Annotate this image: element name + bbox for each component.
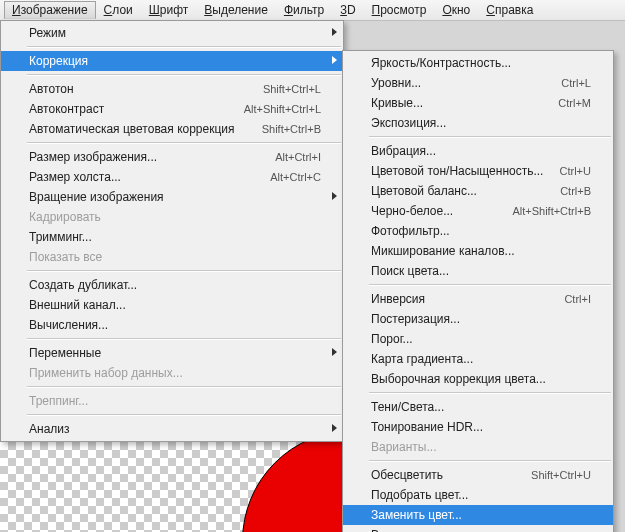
menu-item-mode[interactable]: Режим	[1, 23, 343, 43]
sub-hue[interactable]: Цветовой тон/Насыщенность...Ctrl+U	[343, 161, 613, 181]
menu-item-applyimage[interactable]: Внешний канал...	[1, 295, 343, 315]
menu-filter[interactable]: Фильтр	[276, 1, 332, 19]
sub-exposure[interactable]: Экспозиция...	[343, 113, 613, 133]
sub-balance[interactable]: Цветовой баланс...Ctrl+B	[343, 181, 613, 201]
sub-levels[interactable]: Уровни...Ctrl+L	[343, 73, 613, 93]
menu-item-variables[interactable]: Переменные	[1, 343, 343, 363]
sub-variations: Варианты...	[343, 437, 613, 457]
sub-shadows[interactable]: Тени/Света...	[343, 397, 613, 417]
menu-item-autocontrast[interactable]: АвтоконтрастAlt+Shift+Ctrl+L	[1, 99, 343, 119]
sub-hdr[interactable]: Тонирование HDR...	[343, 417, 613, 437]
menu-item-canvassize[interactable]: Размер холста...Alt+Ctrl+C	[1, 167, 343, 187]
sub-channelmixer[interactable]: Микширование каналов...	[343, 241, 613, 261]
chevron-right-icon	[332, 28, 337, 36]
chevron-right-icon	[332, 192, 337, 200]
menu-3d[interactable]: 3D	[332, 1, 363, 19]
menu-layers[interactable]: Слои	[96, 1, 141, 19]
adjustments-submenu: Яркость/Контрастность... Уровни...Ctrl+L…	[342, 50, 614, 532]
sub-vibrance[interactable]: Вибрация...	[343, 141, 613, 161]
menu-select[interactable]: Выделение	[196, 1, 276, 19]
sub-selectivecolor[interactable]: Выборочная коррекция цвета...	[343, 369, 613, 389]
separator	[27, 414, 341, 416]
separator	[369, 460, 611, 462]
menu-item-autocolor[interactable]: Автоматическая цветовая коррекцияShift+C…	[1, 119, 343, 139]
menu-item-trim[interactable]: Тримминг...	[1, 227, 343, 247]
menu-item-crop: Кадрировать	[1, 207, 343, 227]
sub-colorlookup[interactable]: Поиск цвета...	[343, 261, 613, 281]
separator	[27, 386, 341, 388]
sub-brightness[interactable]: Яркость/Контрастность...	[343, 53, 613, 73]
sub-invert[interactable]: ИнверсияCtrl+I	[343, 289, 613, 309]
separator	[369, 284, 611, 286]
menu-item-analysis[interactable]: Анализ	[1, 419, 343, 439]
sub-replacecolor[interactable]: Заменить цвет...	[343, 505, 613, 525]
menu-type[interactable]: Шрифт	[141, 1, 196, 19]
sub-gradientmap[interactable]: Карта градиента...	[343, 349, 613, 369]
sub-photofilter[interactable]: Фотофильтр...	[343, 221, 613, 241]
sub-equalize[interactable]: Выровнять яркость	[343, 525, 613, 532]
sub-desaturate[interactable]: ОбесцветитьShift+Ctrl+U	[343, 465, 613, 485]
menu-item-duplicate[interactable]: Создать дубликат...	[1, 275, 343, 295]
separator	[27, 46, 341, 48]
separator	[27, 338, 341, 340]
menu-window[interactable]: Окно	[434, 1, 478, 19]
separator	[369, 392, 611, 394]
sub-matchcolor[interactable]: Подобрать цвет...	[343, 485, 613, 505]
menu-help[interactable]: Справка	[478, 1, 541, 19]
chevron-right-icon	[332, 56, 337, 64]
menu-image[interactable]: Изображение	[4, 1, 96, 19]
sub-curves[interactable]: Кривые...Ctrl+M	[343, 93, 613, 113]
image-menu-dropdown: Режим Коррекция АвтотонShift+Ctrl+L Авто…	[0, 20, 344, 442]
separator	[27, 142, 341, 144]
menu-item-imagesize[interactable]: Размер изображения...Alt+Ctrl+I	[1, 147, 343, 167]
menu-item-adjustments[interactable]: Коррекция	[1, 51, 343, 71]
menu-item-applydataset: Применить набор данных...	[1, 363, 343, 383]
menubar: Изображение Слои Шрифт Выделение Фильтр …	[0, 0, 625, 21]
sub-posterize[interactable]: Постеризация...	[343, 309, 613, 329]
menu-item-rotate[interactable]: Вращение изображения	[1, 187, 343, 207]
separator	[27, 74, 341, 76]
chevron-right-icon	[332, 424, 337, 432]
separator	[27, 270, 341, 272]
menu-item-calculations[interactable]: Вычисления...	[1, 315, 343, 335]
separator	[369, 136, 611, 138]
menu-item-trap: Треппинг...	[1, 391, 343, 411]
menu-view[interactable]: Просмотр	[364, 1, 435, 19]
sub-bw[interactable]: Черно-белое...Alt+Shift+Ctrl+B	[343, 201, 613, 221]
sub-threshold[interactable]: Порог...	[343, 329, 613, 349]
chevron-right-icon	[332, 348, 337, 356]
menu-item-revealall: Показать все	[1, 247, 343, 267]
menu-item-autotone[interactable]: АвтотонShift+Ctrl+L	[1, 79, 343, 99]
